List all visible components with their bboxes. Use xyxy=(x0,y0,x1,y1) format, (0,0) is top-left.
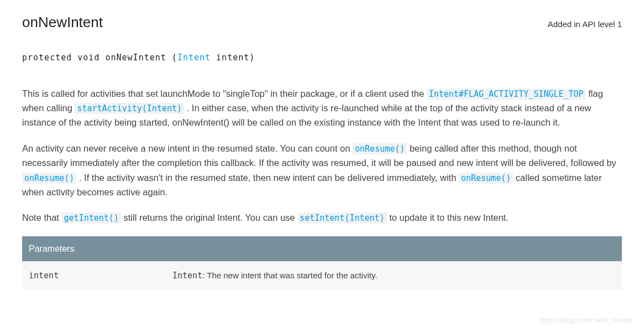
method-signature: protected void onNewIntent (Intent inten… xyxy=(22,51,622,64)
paragraph-3: Note that getIntent() still returns the … xyxy=(22,210,622,225)
api-level-label: Added in API level 1 xyxy=(548,18,622,31)
get-intent-link[interactable]: getIntent() xyxy=(62,212,121,224)
start-activity-link[interactable]: startActivity(Intent) xyxy=(75,103,184,114)
set-intent-link[interactable]: setIntent(Intent) xyxy=(297,212,387,224)
table-row: intent Intent: The new intent that was s… xyxy=(22,261,622,290)
text: to update it to this new Intent. xyxy=(389,212,509,222)
on-resume-link[interactable]: onResume() xyxy=(459,173,513,184)
text: . If the activity wasn't in the resumed … xyxy=(79,173,459,183)
param-type: Intent xyxy=(172,271,202,281)
text: An activity can never receive a new inte… xyxy=(22,143,353,153)
signature-param-type-link[interactable]: Intent xyxy=(177,53,211,63)
paragraph-1: This is called for activities that set l… xyxy=(22,86,622,130)
param-name-cell: intent xyxy=(22,261,166,290)
method-title: onNewIntent xyxy=(22,11,103,34)
method-header: onNewIntent Added in API level 1 xyxy=(22,11,622,34)
signature-prefix: protected void onNewIntent ( xyxy=(22,53,177,63)
text: This is called for activities that set l… xyxy=(22,89,427,98)
parameters-header: Parameters xyxy=(22,236,622,262)
param-desc-cell: Intent: The new intent that was started … xyxy=(166,261,622,290)
flag-activity-single-top-link[interactable]: Intent#FLAG_ACTIVITY_SINGLE_TOP xyxy=(427,89,586,100)
on-resume-link[interactable]: onResume() xyxy=(353,143,407,154)
param-desc: : The new intent that was started for th… xyxy=(202,271,377,280)
signature-param-name: intent) xyxy=(211,53,255,63)
parameters-table: Parameters intent Intent: The new intent… xyxy=(22,236,622,290)
on-resume-link[interactable]: onResume() xyxy=(22,173,76,184)
paragraph-2: An activity can never receive a new inte… xyxy=(22,141,622,200)
text: still returns the original Intent. You c… xyxy=(123,212,297,222)
text: Note that xyxy=(22,212,62,222)
